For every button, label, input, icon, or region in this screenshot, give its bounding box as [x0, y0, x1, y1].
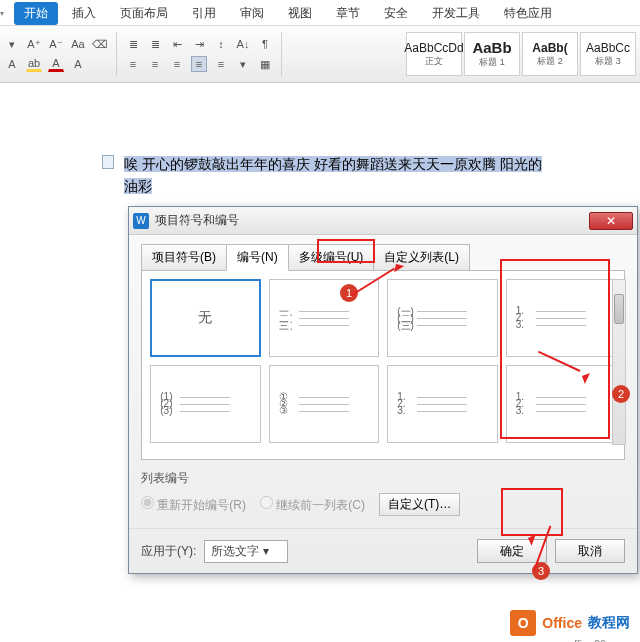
ok-button[interactable]: 确定	[477, 539, 547, 563]
shading-icon[interactable]: ▾	[235, 56, 251, 72]
tab-view[interactable]: 视图	[278, 2, 322, 25]
align-right-icon[interactable]: ≡	[169, 56, 185, 72]
dialog-pane: 无	[141, 270, 625, 460]
watermark-brand-1: Office	[542, 615, 582, 631]
numbering-option-4[interactable]	[150, 365, 261, 443]
tab-devtools[interactable]: 开发工具	[422, 2, 490, 25]
separator	[281, 32, 282, 76]
separator	[116, 32, 117, 76]
style-normal[interactable]: AaBbCcDd正文	[406, 32, 462, 76]
tab-reference[interactable]: 引用	[182, 2, 226, 25]
style-heading1[interactable]: AaBb标题 1	[464, 32, 520, 76]
borders-icon[interactable]: ▦	[257, 56, 273, 72]
tab-review[interactable]: 审阅	[230, 2, 274, 25]
page-break-icon	[102, 155, 114, 169]
tab-special[interactable]: 特色应用	[494, 2, 562, 25]
radio-restart[interactable]: 重新开始编号(R)	[141, 496, 246, 514]
apply-to-select[interactable]: 所选文字 ▾	[204, 540, 287, 563]
numbering-option-5[interactable]	[269, 365, 380, 443]
options-scrollbar[interactable]	[612, 279, 626, 445]
bullets-icon[interactable]: ≣	[125, 36, 141, 52]
radio-continue[interactable]: 继续前一列表(C)	[260, 496, 365, 514]
apply-to-label: 应用于(Y):	[141, 543, 196, 560]
numbering-option-2[interactable]	[387, 279, 498, 357]
shrink-font-icon[interactable]: A⁻	[48, 36, 64, 52]
highlight-icon[interactable]: ab	[26, 56, 42, 72]
scrollbar-thumb[interactable]	[614, 294, 624, 324]
numbering-option-6[interactable]	[387, 365, 498, 443]
numbering-option-3[interactable]	[506, 279, 617, 357]
tab-insert[interactable]: 插入	[62, 2, 106, 25]
font-group: ▾ A⁺ A⁻ Aa ⌫ A ab A A	[4, 36, 108, 72]
grow-font-icon[interactable]: A⁺	[26, 36, 42, 52]
document-line-2: 油彩	[124, 175, 620, 197]
close-button[interactable]: ✕	[589, 212, 633, 230]
numbering-option-7[interactable]	[506, 365, 617, 443]
line-spacing-icon[interactable]: ↕	[213, 36, 229, 52]
char-shading-icon[interactable]: A	[70, 56, 86, 72]
ribbon-body: ▾ A⁺ A⁻ Aa ⌫ A ab A A ≣ ≣ ⇤ ⇥ ↕ A↓ ¶ ≡ ≡…	[0, 25, 640, 83]
dialog-bottom: 应用于(Y): 所选文字 ▾ 确定 取消	[129, 528, 637, 573]
dialog-title: 项目符号和编号	[155, 212, 239, 229]
tab-bullets[interactable]: 项目符号(B)	[141, 244, 227, 271]
paragraph-group: ≣ ≣ ⇤ ⇥ ↕ A↓ ¶ ≡ ≡ ≡ ≡ ≡ ▾ ▦	[125, 36, 273, 72]
tab-pagelayout[interactable]: 页面布局	[110, 2, 178, 25]
clear-format-icon[interactable]: ⌫	[92, 36, 108, 52]
tab-dropdown-icon[interactable]: ▾	[0, 9, 4, 18]
cancel-button[interactable]: 取消	[555, 539, 625, 563]
sort-icon[interactable]: A↓	[235, 36, 251, 52]
align-center-icon[interactable]: ≡	[147, 56, 163, 72]
tab-numbering[interactable]: 编号(N)	[226, 244, 289, 271]
indent-right-icon[interactable]: ⇥	[191, 36, 207, 52]
watermark-brand-2: 教程网	[588, 614, 630, 632]
tab-chapter[interactable]: 章节	[326, 2, 370, 25]
change-case-icon[interactable]: Aa	[70, 36, 86, 52]
list-numbering-label: 列表编号	[141, 470, 625, 487]
numbering-option-none[interactable]: 无	[150, 279, 261, 357]
styles-gallery: AaBbCcDd正文 AaBb标题 1 AaBb(标题 2 AaBbCc标题 3	[406, 32, 636, 76]
indent-left-icon[interactable]: ⇤	[169, 36, 185, 52]
dialog-titlebar[interactable]: W 项目符号和编号 ✕	[129, 207, 637, 235]
bullets-numbering-dialog: W 项目符号和编号 ✕ 项目符号(B) 编号(N) 多级编号(U) 自定义列表(…	[128, 206, 638, 574]
style-heading3[interactable]: AaBbCc标题 3	[580, 32, 636, 76]
distribute-icon[interactable]: ≡	[213, 56, 229, 72]
watermark: O Office教程网 www.office26.com	[510, 610, 630, 636]
align-justify-icon[interactable]: ≡	[191, 56, 207, 72]
numbering-option-1[interactable]	[269, 279, 380, 357]
dialog-tabs: 项目符号(B) 编号(N) 多级编号(U) 自定义列表(L)	[141, 243, 625, 270]
watermark-url: www.office26.com	[542, 638, 630, 642]
document-line-1: 唉 开心的锣鼓敲出年年的喜庆 好看的舞蹈送来天天一原欢腾 阳光的	[124, 153, 620, 175]
text-effects-icon[interactable]: A	[4, 56, 20, 72]
document-page[interactable]: 唉 开心的锣鼓敲出年年的喜庆 好看的舞蹈送来天天一原欢腾 阳光的 油彩	[20, 153, 620, 198]
custom-button[interactable]: 自定义(T)…	[379, 493, 460, 516]
tab-customlist[interactable]: 自定义列表(L)	[373, 244, 470, 271]
watermark-logo-icon: O	[510, 610, 536, 636]
app-icon: W	[133, 213, 149, 229]
align-left-icon[interactable]: ≡	[125, 56, 141, 72]
tab-start[interactable]: 开始	[14, 2, 58, 25]
list-numbering-section: 列表编号 重新开始编号(R) 继续前一列表(C) 自定义(T)…	[141, 470, 625, 516]
tab-multilevel[interactable]: 多级编号(U)	[288, 244, 375, 271]
show-marks-icon[interactable]: ¶	[257, 36, 273, 52]
ribbon-tab-strip: ▾ 开始 插入 页面布局 引用 审阅 视图 章节 安全 开发工具 特色应用	[0, 0, 640, 25]
tab-security[interactable]: 安全	[374, 2, 418, 25]
document-area: 唉 开心的锣鼓敲出年年的喜庆 好看的舞蹈送来天天一原欢腾 阳光的 油彩	[0, 83, 640, 198]
numbering-icon[interactable]: ≣	[147, 36, 163, 52]
font-select[interactable]: ▾	[4, 36, 20, 52]
font-color-icon[interactable]: A	[48, 56, 64, 72]
style-heading2[interactable]: AaBb(标题 2	[522, 32, 578, 76]
